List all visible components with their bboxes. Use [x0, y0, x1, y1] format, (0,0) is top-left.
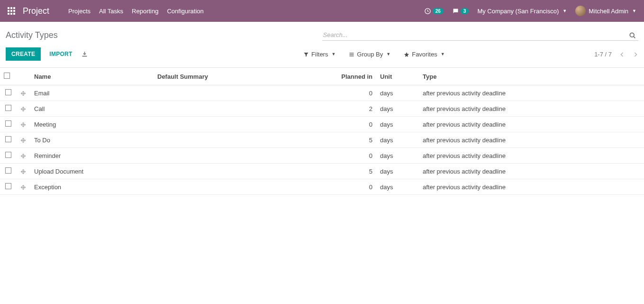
row-checkbox[interactable] — [5, 152, 11, 158]
filter-icon — [303, 51, 309, 58]
star-icon — [404, 51, 409, 58]
svg-rect-1 — [10, 7, 12, 9]
row-checkbox[interactable] — [5, 89, 11, 95]
groupby-dropdown[interactable]: Group By ▼ — [349, 51, 390, 58]
cell-planned: 0 — [334, 117, 376, 132]
cell-unit: days — [376, 132, 419, 148]
favorites-dropdown[interactable]: Favorites ▼ — [404, 51, 444, 58]
pager-next[interactable] — [633, 49, 638, 59]
cell-summary — [154, 179, 334, 195]
cell-type: after previous activity deadline — [419, 132, 644, 148]
drag-handle-icon[interactable] — [20, 137, 26, 144]
filters-dropdown[interactable]: Filters ▼ — [303, 51, 336, 58]
row-checkbox[interactable] — [5, 105, 11, 111]
svg-rect-4 — [10, 10, 12, 12]
app-brand[interactable]: Project — [23, 6, 49, 16]
search-input[interactable] — [322, 29, 639, 41]
top-navbar: Project Projects All Tasks Reporting Con… — [0, 0, 644, 22]
table-row[interactable]: Meeting0daysafter previous activity dead… — [0, 117, 644, 132]
svg-rect-8 — [13, 13, 15, 15]
filters-label: Filters — [311, 51, 328, 58]
avatar — [575, 6, 586, 16]
row-checkbox[interactable] — [5, 120, 11, 127]
col-header-summary[interactable]: Default Summary — [154, 68, 334, 85]
cell-name: Upload Document — [30, 164, 154, 179]
caret-down-icon: ▼ — [632, 9, 636, 13]
table-row[interactable]: To Do5daysafter previous activity deadli… — [0, 132, 644, 148]
cell-summary — [154, 148, 334, 164]
cell-unit: days — [376, 117, 419, 132]
cell-summary — [154, 132, 334, 148]
drag-handle-icon[interactable] — [20, 152, 26, 159]
search-icon[interactable] — [629, 31, 636, 39]
pager-prev[interactable] — [619, 49, 625, 59]
cell-type: after previous activity deadline — [419, 164, 644, 179]
select-all-checkbox[interactable] — [4, 73, 10, 79]
table-row[interactable]: Exception0daysafter previous activity de… — [0, 179, 644, 195]
svg-point-10 — [630, 33, 634, 37]
cell-planned: 0 — [334, 85, 376, 101]
caret-down-icon: ▼ — [386, 52, 390, 56]
nav-link-projects[interactable]: Projects — [68, 8, 91, 15]
svg-line-11 — [634, 37, 635, 38]
drag-handle-icon[interactable] — [20, 184, 26, 191]
chat-icon — [452, 7, 459, 15]
cell-unit: days — [376, 101, 419, 117]
table-row[interactable]: Reminder0daysafter previous activity dea… — [0, 148, 644, 164]
messages-button[interactable]: 3 — [452, 7, 469, 15]
list-table: Name Default Summary Planned in Unit Typ… — [0, 68, 644, 195]
user-name: Mitchell Admin — [589, 8, 628, 15]
nav-link-configuration[interactable]: Configuration — [167, 8, 203, 15]
drag-handle-icon[interactable] — [20, 168, 26, 175]
caret-down-icon: ▼ — [562, 9, 567, 13]
col-header-unit[interactable]: Unit — [376, 68, 419, 85]
row-checkbox[interactable] — [5, 136, 11, 142]
cell-name: Reminder — [30, 148, 154, 164]
row-checkbox[interactable] — [5, 167, 11, 174]
cell-unit: days — [376, 148, 419, 164]
drag-handle-icon[interactable] — [20, 90, 26, 97]
control-panel: Activity Types CREATE IMPORT Filters ▼ G… — [0, 22, 644, 68]
cell-planned: 5 — [334, 132, 376, 148]
cell-planned: 5 — [334, 164, 376, 179]
download-icon[interactable] — [81, 50, 88, 58]
table-row[interactable]: Upload Document5daysafter previous activ… — [0, 164, 644, 179]
nav-link-all-tasks[interactable]: All Tasks — [99, 8, 123, 15]
cell-name: Call — [30, 101, 154, 117]
cell-type: after previous activity deadline — [419, 148, 644, 164]
create-button[interactable]: CREATE — [6, 47, 41, 61]
col-header-name[interactable]: Name — [30, 68, 154, 85]
cell-name: To Do — [30, 132, 154, 148]
table-header-row: Name Default Summary Planned in Unit Typ… — [0, 68, 644, 85]
cell-name: Meeting — [30, 117, 154, 132]
row-checkbox[interactable] — [5, 183, 11, 189]
cell-summary — [154, 164, 334, 179]
nav-right: 26 3 My Company (San Francisco) ▼ Mitche… — [424, 6, 636, 16]
cell-planned: 0 — [334, 179, 376, 195]
col-header-planned[interactable]: Planned in — [334, 68, 376, 85]
apps-icon[interactable] — [8, 7, 15, 15]
list-icon — [349, 51, 354, 58]
activities-button[interactable]: 26 — [424, 7, 444, 15]
caret-down-icon: ▼ — [441, 52, 445, 56]
cell-unit: days — [376, 164, 419, 179]
cell-type: after previous activity deadline — [419, 117, 644, 132]
cell-type: after previous activity deadline — [419, 101, 644, 117]
table-row[interactable]: Email0daysafter previous activity deadli… — [0, 85, 644, 101]
search-view — [322, 29, 639, 41]
pager-text[interactable]: 1-7 / 7 — [594, 51, 612, 58]
col-header-type[interactable]: Type — [419, 68, 644, 85]
table-row[interactable]: Call2daysafter previous activity deadlin… — [0, 101, 644, 117]
drag-handle-icon[interactable] — [20, 105, 26, 112]
clock-icon — [424, 7, 431, 15]
cell-planned: 2 — [334, 101, 376, 117]
messages-badge: 3 — [461, 8, 469, 14]
cell-name: Exception — [30, 179, 154, 195]
nav-links: Projects All Tasks Reporting Configurati… — [68, 8, 204, 15]
nav-link-reporting[interactable]: Reporting — [132, 8, 158, 15]
user-menu[interactable]: Mitchell Admin ▼ — [575, 6, 636, 16]
company-switcher[interactable]: My Company (San Francisco) ▼ — [477, 8, 567, 15]
drag-handle-icon[interactable] — [20, 121, 26, 128]
import-button[interactable]: IMPORT — [49, 51, 72, 57]
cell-summary — [154, 101, 334, 117]
